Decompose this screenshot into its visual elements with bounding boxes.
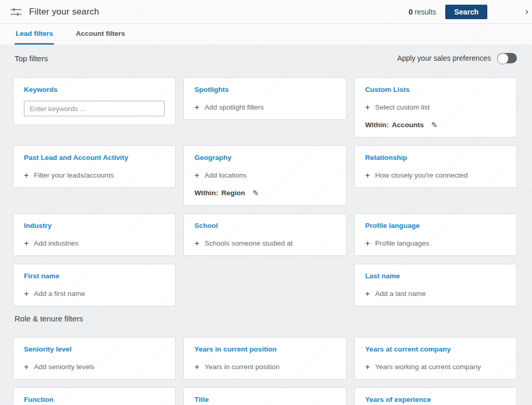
filters-content: Top filtersApply your sales preferencesK… — [0, 45, 532, 405]
filter-card-row: KeywordsSpotlights+Add spotlight filters… — [0, 77, 532, 138]
section-heading: Role & tenure filters — [15, 314, 83, 323]
filter-card-years-in-current-position: Years in current position+Years in curre… — [183, 337, 346, 380]
plus-icon: + — [365, 290, 370, 298]
filter-card-title: Years of experience — [365, 395, 506, 404]
section-heading: Top filters — [15, 54, 48, 63]
plus-icon: + — [365, 239, 370, 247]
filter-card-title: Last name — [365, 272, 506, 280]
within-value: Accounts — [392, 120, 424, 129]
tab-bar: Lead filtersAccount filters — [0, 24, 532, 45]
add-filter-action[interactable]: +Schools someone studied at — [194, 239, 335, 248]
preferences-toggle-switch[interactable] — [497, 53, 517, 63]
edit-pencil-icon[interactable]: ✎ — [252, 188, 259, 197]
filter-card-title: Relationship — [365, 153, 506, 162]
add-filter-action-label: Add spotlight filters — [205, 103, 264, 112]
filter-card-title: Title — [194, 395, 335, 404]
keywords-input[interactable] — [24, 101, 165, 116]
add-filter-action[interactable]: +Add seniority levels — [24, 362, 165, 371]
within-value: Region — [221, 188, 245, 197]
filter-card-title: Geography — [194, 153, 335, 162]
add-filter-action[interactable]: +Select custom list — [365, 103, 506, 112]
edit-pencil-icon[interactable]: ✎ — [431, 120, 438, 129]
plus-icon: + — [365, 363, 370, 371]
within-row: Within:Accounts✎ — [365, 120, 506, 129]
add-filter-action-label: Years working at current company — [375, 362, 481, 371]
filter-card-title: Keywords — [24, 85, 165, 94]
filter-sliders-icon — [10, 7, 22, 17]
plus-icon: + — [365, 171, 370, 179]
filter-card-title: Seniority level — [24, 345, 165, 354]
add-filter-action-label: Add industries — [34, 239, 78, 248]
add-filter-action-label: Schools someone studied at — [205, 239, 293, 248]
section-header-row: Top filtersApply your sales preferences — [0, 53, 532, 63]
add-filter-action-label: Select custom list — [375, 103, 430, 112]
add-filter-action[interactable]: +Add a first name — [24, 289, 165, 298]
results-label: results — [415, 8, 436, 16]
add-filter-action-label: Add a last name — [375, 289, 426, 298]
filter-card-title: Profile language — [365, 221, 506, 230]
filter-card-seniority-level: Seniority level+Add seniority levels — [13, 337, 176, 380]
filter-card-row: First name+Add a first nameLast name+Add… — [0, 264, 532, 306]
filter-card-title: Spotlights — [194, 85, 335, 94]
add-filter-action[interactable]: +Profile languages — [365, 239, 506, 248]
sales-preferences-control: Apply your sales preferences — [397, 53, 517, 63]
within-label: Within: — [365, 120, 389, 129]
add-filter-action[interactable]: +Add a last name — [365, 289, 506, 298]
add-filter-action-label: Years in current position — [205, 362, 280, 371]
plus-icon: + — [194, 171, 199, 179]
add-filter-action-label: Profile languages — [375, 239, 429, 248]
filter-card-title: Years at current company — [365, 345, 506, 354]
search-button[interactable]: Search — [445, 5, 487, 19]
preferences-toggle-label: Apply your sales preferences — [397, 54, 491, 62]
filter-card-title: Industry — [24, 221, 165, 230]
filter-card-title: Custom Lists — [365, 85, 506, 94]
filter-card-custom-lists: Custom Lists+Select custom listWithin:Ac… — [354, 77, 517, 138]
filter-card-row: Seniority level+Add seniority levelsYear… — [0, 337, 532, 380]
add-filter-action[interactable]: +Add spotlight filters — [194, 103, 335, 112]
filter-card-keywords: Keywords — [13, 77, 176, 125]
tab-account-filters[interactable]: Account filters — [75, 24, 126, 45]
filter-card-row: Industry+Add industriesSchool+Schools so… — [0, 213, 532, 256]
filter-card-years-at-current-company: Years at current company+Years working a… — [354, 337, 517, 380]
filter-card-profile-language: Profile language+Profile languages — [354, 213, 517, 256]
plus-icon: + — [24, 363, 29, 371]
add-filter-action[interactable]: +Years working at current company — [365, 362, 506, 371]
tab-lead-filters[interactable]: Lead filters — [15, 24, 54, 45]
panel-title: Filter your search — [29, 7, 99, 17]
add-filter-action-label: Add seniority levels — [34, 362, 94, 371]
section-header-row: Role & tenure filters — [0, 314, 532, 323]
add-filter-action-label: Add a first name — [34, 289, 85, 298]
filter-card-past-lead-account-activity: Past Lead and Account Activity+Filter yo… — [13, 145, 176, 188]
panel-header: Filter your search 0 results Search › — [0, 0, 532, 24]
filter-card-function: Function — [13, 387, 176, 405]
results-number: 0 — [408, 8, 413, 16]
plus-icon: + — [24, 290, 29, 298]
add-filter-action[interactable]: +Filter your leads/accounts — [24, 171, 165, 180]
filter-card-spotlights: Spotlights+Add spotlight filters — [183, 77, 346, 120]
filter-card-title: First name — [24, 272, 165, 280]
plus-icon: + — [24, 171, 29, 179]
plus-icon: + — [24, 239, 29, 247]
plus-icon: + — [194, 103, 199, 111]
filter-card-title: Years in current position — [194, 345, 335, 354]
filter-card-geography: Geography+Add locationsWithin:Region✎ — [183, 145, 346, 206]
chevron-right-icon[interactable]: › — [525, 6, 528, 16]
filter-card-title: Title — [183, 387, 346, 405]
filter-panel: Filter your search 0 results Search › Le… — [0, 0, 532, 405]
add-filter-action[interactable]: +Add industries — [24, 239, 165, 248]
filter-card-title: Past Lead and Account Activity — [24, 153, 165, 162]
filter-card-years-of-experience: Years of experience — [354, 387, 517, 405]
filter-card-title: School — [194, 221, 335, 230]
add-filter-action[interactable]: +Add locations — [194, 171, 335, 180]
filter-card-school: School+Schools someone studied at — [183, 213, 346, 256]
filter-card-relationship: Relationship+How closely you're connecte… — [354, 145, 517, 188]
filter-card-industry: Industry+Add industries — [13, 213, 176, 256]
add-filter-action[interactable]: +Years in current position — [194, 362, 335, 371]
filter-card-row: Past Lead and Account Activity+Filter yo… — [0, 145, 532, 206]
within-row: Within:Region✎ — [194, 188, 335, 197]
filter-card-first-name: First name+Add a first name — [13, 264, 176, 306]
add-filter-action-label: Add locations — [205, 171, 247, 180]
plus-icon: + — [194, 239, 199, 247]
plus-icon: + — [194, 363, 199, 371]
add-filter-action[interactable]: +How closely you're connected — [365, 171, 506, 180]
